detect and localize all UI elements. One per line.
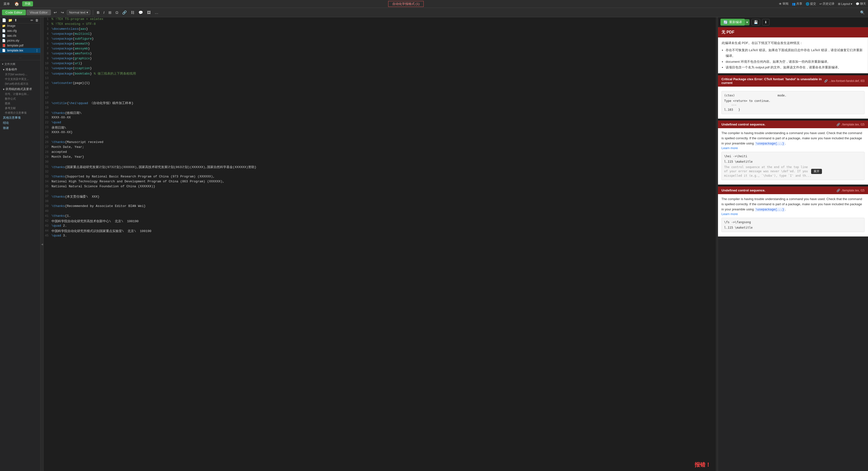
unlink-btn[interactable]: ⛓ [129,10,136,15]
sidebar-item-template-tex[interactable]: 📄 template.tex ⋮ [0,48,40,53]
visual-editor-tab[interactable]: Visual Editor [26,10,51,15]
editor-resize-handle[interactable] [716,17,718,471]
new-file-icon[interactable]: 📄 [2,18,6,22]
sidebar-divider-2 [0,60,40,60]
search-btn[interactable]: 🔍 [859,10,866,15]
code-line-15: 15 [43,86,716,91]
outline-item-author-bio[interactable]: 作者简介注意事项 [0,110,40,115]
outline-item-figures[interactable]: 图表 [0,101,40,106]
code-line-27: 27 Month Date, Year; [43,145,716,150]
error-1-link-icon: 🔗 [824,79,828,83]
bold-btn[interactable]: B [96,10,101,15]
title-area: 自动化学报格式 (1) [36,1,776,7]
outline-item-chinese-support[interactable]: 中文支持及中英文... [0,77,40,81]
sidebar-item-aas-cls[interactable]: 📄 aas.cls [0,33,40,38]
outline-chevron-icon: ▾ [2,63,3,66]
upload-icon[interactable]: ⬆ [14,18,17,22]
code-line-20: 20 \thanks{收稿日期\ [43,111,716,116]
download-btn[interactable]: ⬇ [762,19,770,25]
layout-btn[interactable]: ⊞ Layout ▾ [838,2,852,6]
more-files-indicator: … [0,55,40,59]
error-2-title: Undefined control sequence. [721,123,836,126]
right-panel-scroll-content[interactable]: 无 PDF 此编译未生成 PDF。在以下情况下可能会发生这种情况： 存在不可恢复… [718,27,868,471]
redo-btn[interactable]: ↪ [60,10,65,15]
sidebar-item-aas-cfg[interactable]: 📄 aas.cfg [0,28,40,33]
code-line-43: 43 \quad 2. [43,224,716,229]
error-1-link[interactable]: 🔗 ...tex-fontset-fandol.def, l03 [824,79,865,83]
chat-btn[interactable]: 💬 聊天 [856,2,866,6]
no-pdf-description: 此编译未生成 PDF。在以下情况下可能会发生这种情况： [722,41,864,46]
outline-item-refs[interactable]: 参考文献 [0,106,40,110]
more-options-icon[interactable]: ⋮ [35,49,38,52]
symbol-btn[interactable]: Ω [114,10,120,15]
expand-button[interactable]: 展开 [811,169,822,174]
error-3-code-line-1: \fs ->\fangsong [724,221,862,224]
link-btn[interactable]: 🔗 [121,10,128,15]
table-btn[interactable]: ⊞ [107,10,113,15]
submit-btn[interactable]: 🌐 提交 [806,2,816,6]
tex-file-icon: 📄 [2,49,6,52]
error-3-learn-more[interactable]: Learn more [721,212,738,216]
code-editor-tab[interactable]: Code Editor [2,10,26,15]
sidebar-collapse-handle[interactable]: ◀ [41,17,43,471]
code-line-25: 25 [43,135,716,140]
outline-item-symbols[interactable]: 符号、计量单位和... [0,92,40,97]
collapse-arrow-icon: ◀ [41,243,43,245]
comment-btn[interactable]: 💬 [137,10,144,15]
save-btn[interactable]: 💾 [751,19,760,25]
new-folder-icon[interactable]: 📁 [8,18,12,22]
code-line-24: 24 XXXX-XX-XX} [43,130,716,135]
error-3-link[interactable]: 🔗 ./template.tex, l15 [836,189,865,192]
text-style-dropdown[interactable]: Normal text ▾ [67,10,90,15]
image-btn[interactable]: 🖼 [146,10,152,15]
undo-btn[interactable]: ↩ [53,10,58,15]
error-3-description: The compiler is having trouble understan… [721,197,865,212]
error-2-code: \hei ->\heiti l.115 \maketitle The contr… [721,152,865,180]
sidebar-item-image[interactable]: 📁 Image [0,23,40,28]
main-content: 📄 📁 ⬆ ✏ 🗑 📁 Image 📄 aas.cfg 📄 aas.cls 📄 [0,17,868,471]
outline-item-bf-section[interactable]: 关于[\bf section]-... [0,72,40,77]
review-btn[interactable]: 👁 审阅 [779,2,788,6]
error-1-body: (ctex) mode. Type <return> to continue. … [718,87,868,119]
dropdown-chevron-icon: ▾ [87,10,88,14]
code-line-11: 11 \usepackage{ccaption} [43,66,716,71]
layout-chevron-icon: ▾ [851,2,852,6]
recompile-refresh-icon: 🔄 [723,20,727,24]
error-2-learn-more[interactable]: Learn more [721,146,738,150]
code-editor[interactable]: 1 % !TEX TS-program = xelatex 2 % !TEX e… [43,17,716,471]
delete-icon[interactable]: 🗑 [35,19,38,22]
outline-format-header[interactable]: ▾ 录用稿的格式及要求 [0,86,40,92]
outline-item-acknowledgment[interactable]: 致谢 [0,126,40,131]
outline-section-header[interactable]: ▾ 文件大纲 [0,61,40,66]
error-1-code-line-6: l.103 } [724,108,862,111]
italic-btn[interactable]: I [102,10,106,15]
outline-item-other[interactable]: 其他注意事项 [0,115,40,120]
more-btn[interactable]: … [153,10,160,15]
home-icon[interactable]: 🏠 [14,1,19,6]
rename-icon[interactable]: ✏ [31,19,33,22]
code-line-26: 26 \thanks{Manuscript received [43,140,716,145]
history-btn[interactable]: ↩ 历史记录 [819,2,835,6]
outline-item-bf-pdf[interactable]: [\bf pdf]-的生成方法 [0,81,40,86]
code-line-37: 37 \thanks{本文责任编委\ XXX} [43,194,716,199]
sidebar-item-picins-sty[interactable]: 📄 picins.sty [0,38,40,43]
outline-item-conclusion[interactable]: 结论 [0,120,40,126]
error-1-code-line-5 [724,106,862,108]
code-line-28: 28 accepted [43,150,716,155]
outline-item-math[interactable]: 数学公式 [0,97,40,101]
recompile-dropdown-button[interactable]: ▾ [745,19,749,25]
no-pdf-reason-2: document 环境不包含任何内容。如果为空，请添加一些内容并重新编译。 [725,59,864,65]
error-2-link[interactable]: 🔗 ./template.tex, l15 [836,123,865,126]
outline-prepare-header[interactable]: ▾ 准备稿件 [0,66,40,72]
share-btn[interactable]: 👥 共享 [792,2,802,6]
code-line-22: 22 \quad [43,121,716,126]
code-line-42: 42 中国科学院自动化研究所高技术创新中心\ 北京\ 100190 [43,219,716,224]
error-3-title: Undefined control sequence. [721,189,836,192]
sidebar-item-template-pdf[interactable]: 📕 template.pdf [0,43,40,48]
no-pdf-title: 无 PDF [721,30,865,35]
upgrade-button[interactable]: 升级 [22,1,33,6]
menu-item-file[interactable]: 菜单 [2,1,11,7]
recompile-button[interactable]: 🔄 重新编译 [720,19,745,26]
error-3-code-spacer [724,224,862,226]
code-line-4: 4 \usepackage{multicol} [43,32,716,37]
